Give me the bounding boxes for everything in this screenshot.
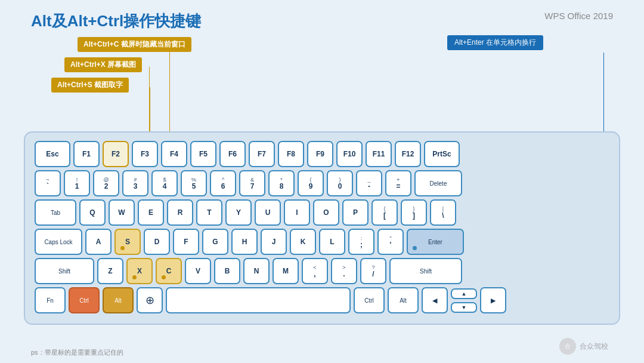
- key-quote[interactable]: "': [377, 229, 404, 255]
- key-6[interactable]: ^6: [210, 170, 236, 196]
- key-backslash[interactable]: |\: [430, 199, 456, 226]
- key-win[interactable]: ⊕: [137, 287, 163, 313]
- key-w[interactable]: W: [109, 199, 135, 226]
- key-f3[interactable]: F3: [132, 141, 158, 167]
- key-f6[interactable]: F6: [219, 141, 246, 167]
- key-period[interactable]: >.: [331, 258, 357, 284]
- key-3[interactable]: #3: [122, 170, 148, 196]
- key-f7[interactable]: F7: [249, 141, 275, 167]
- number-row: ~` !1 @2 #3 $4 %5 ^6 &7 *8 (9 )0 _- += D…: [35, 170, 609, 196]
- key-semicolon[interactable]: :;: [348, 229, 374, 255]
- key-fn[interactable]: Fn: [35, 287, 66, 313]
- key-k[interactable]: K: [290, 229, 316, 255]
- key-j[interactable]: J: [261, 229, 287, 255]
- key-x[interactable]: X: [126, 258, 153, 284]
- key-lshift[interactable]: Shift: [35, 258, 94, 284]
- key-n[interactable]: N: [243, 258, 270, 284]
- qwerty-row: Tab Q W E R T Y U I O P {[ }] |\: [35, 199, 609, 226]
- key-alt-right[interactable]: Alt: [388, 287, 419, 313]
- key-slash[interactable]: ?/: [360, 258, 386, 284]
- key-r[interactable]: R: [167, 199, 193, 226]
- key-t[interactable]: T: [196, 199, 222, 226]
- key-c[interactable]: C: [156, 258, 182, 284]
- key-minus[interactable]: _-: [356, 170, 382, 196]
- key-rbracket[interactable]: }]: [401, 199, 427, 226]
- key-4[interactable]: $4: [151, 170, 178, 196]
- key-f4[interactable]: F4: [161, 141, 187, 167]
- key-f8[interactable]: F8: [278, 141, 304, 167]
- key-l[interactable]: L: [319, 229, 345, 255]
- key-1[interactable]: !1: [64, 170, 90, 196]
- key-o[interactable]: O: [313, 199, 339, 226]
- enter-dot: [413, 246, 417, 250]
- key-9[interactable]: (9: [298, 170, 324, 196]
- key-f2[interactable]: F2: [103, 141, 129, 167]
- page-title: Alt及Alt+Ctrl操作快捷键: [31, 11, 201, 32]
- key-g[interactable]: G: [202, 229, 228, 255]
- c-dot: [162, 275, 166, 279]
- key-f5[interactable]: F5: [190, 141, 216, 167]
- key-z[interactable]: Z: [97, 258, 123, 284]
- key-tab[interactable]: Tab: [35, 199, 76, 226]
- key-enter[interactable]: Enter: [407, 229, 464, 255]
- arrow-up-down: ▲ ▼: [451, 288, 477, 313]
- key-f[interactable]: F: [173, 229, 199, 255]
- key-b[interactable]: B: [214, 258, 240, 284]
- function-key-row: Esc F1 F2 F3 F4 F5 F6 F7 F8 F9 F10 F11 F…: [35, 141, 609, 167]
- watermark: 合 合众驾校: [559, 338, 608, 355]
- key-ctrl-left[interactable]: Ctrl: [69, 287, 100, 313]
- key-s[interactable]: S: [114, 229, 141, 255]
- zxcv-row: Shift Z X C V B N M <, >. ?/ Shift: [35, 258, 609, 284]
- key-v[interactable]: V: [185, 258, 211, 284]
- watermark-logo: 合: [559, 338, 576, 355]
- key-down[interactable]: ▼: [451, 302, 477, 313]
- key-5[interactable]: %5: [181, 170, 207, 196]
- key-i[interactable]: I: [284, 199, 310, 226]
- key-tilde[interactable]: ~`: [35, 170, 61, 196]
- ps-note: ps：带星标的是需要重点记住的: [31, 348, 123, 357]
- key-capslock[interactable]: Caps Lock: [35, 229, 82, 255]
- key-h[interactable]: H: [231, 229, 258, 255]
- key-8[interactable]: *8: [268, 170, 295, 196]
- key-delete[interactable]: Delete: [414, 170, 462, 196]
- tooltip-right: Alt+Enter 在单元格内换行: [447, 35, 543, 50]
- key-right[interactable]: ▶: [480, 287, 506, 313]
- key-e[interactable]: E: [138, 199, 164, 226]
- key-p[interactable]: P: [342, 199, 369, 226]
- key-equals[interactable]: +=: [385, 170, 411, 196]
- watermark-text: 合众驾校: [580, 342, 608, 352]
- wps-logo: WPS Office 2019: [544, 11, 613, 21]
- key-q[interactable]: Q: [79, 199, 106, 226]
- key-7[interactable]: &7: [239, 170, 265, 196]
- key-f11[interactable]: F11: [366, 141, 392, 167]
- x-dot: [132, 275, 137, 279]
- key-comma[interactable]: <,: [302, 258, 328, 284]
- key-d[interactable]: D: [144, 229, 170, 255]
- key-prtsc[interactable]: PrtSc: [424, 141, 460, 167]
- key-alt-left[interactable]: Alt: [103, 287, 134, 313]
- key-space[interactable]: [166, 287, 351, 313]
- key-rshift[interactable]: Shift: [389, 258, 462, 284]
- bottom-row: Fn Ctrl Alt ⊕ Ctrl Alt ◀ ▲ ▼ ▶: [35, 287, 609, 313]
- key-left[interactable]: ◀: [422, 287, 448, 313]
- key-up[interactable]: ▲: [451, 288, 477, 299]
- key-2[interactable]: @2: [93, 170, 119, 196]
- key-f10[interactable]: F10: [336, 141, 363, 167]
- tooltip-right-container: ★ Alt+Enter 在单元格内换行: [447, 37, 456, 48]
- tooltip-line-c: [169, 49, 170, 137]
- key-u[interactable]: U: [255, 199, 281, 226]
- key-a[interactable]: A: [85, 229, 112, 255]
- s-dot: [120, 246, 125, 250]
- tooltip-line-s: [150, 87, 150, 136]
- key-f12[interactable]: F12: [395, 141, 421, 167]
- key-f9[interactable]: F9: [307, 141, 333, 167]
- key-f1[interactable]: F1: [73, 141, 100, 167]
- keyboard: Esc F1 F2 F3 F4 F5 F6 F7 F8 F9 F10 F11 F…: [24, 131, 620, 325]
- key-y[interactable]: Y: [225, 199, 252, 226]
- key-ctrl-right[interactable]: Ctrl: [354, 287, 385, 313]
- key-0[interactable]: )0: [327, 170, 353, 196]
- key-lbracket[interactable]: {[: [371, 199, 398, 226]
- key-m[interactable]: M: [273, 258, 299, 284]
- tooltip-right-line: [603, 53, 604, 137]
- key-esc[interactable]: Esc: [35, 141, 70, 167]
